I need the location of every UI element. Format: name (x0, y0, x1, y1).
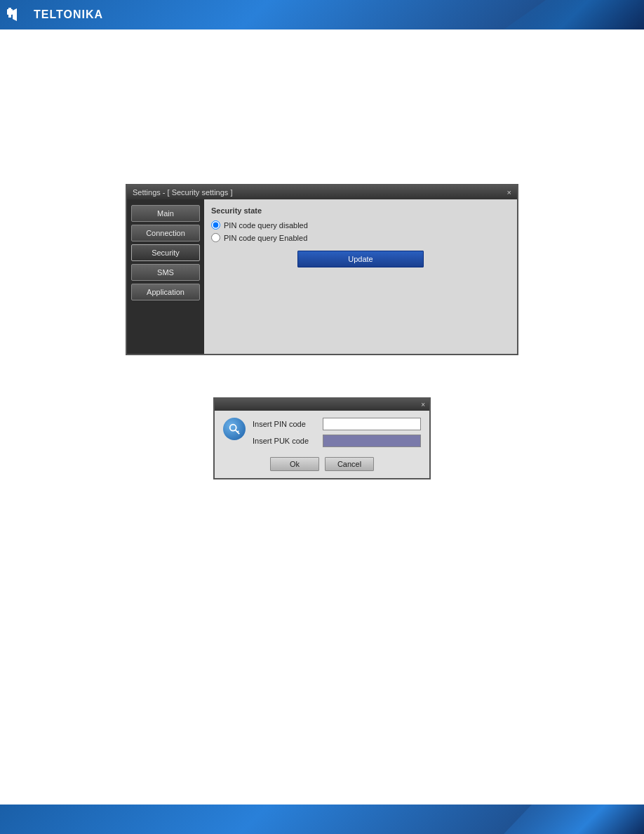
pin-label: Insert PIN code (253, 420, 306, 428)
sidebar-item-connection[interactable]: Connection (131, 225, 200, 241)
header: TELTONIKA (0, 0, 644, 29)
logo-text: TELTONIKA (34, 8, 103, 21)
settings-panel: Security state PIN code query disabled P… (204, 199, 517, 354)
puk-input[interactable] (323, 435, 421, 447)
pin-fields: Insert PIN code Insert PUK code (253, 418, 421, 451)
footer-decor (504, 805, 644, 834)
radio-pin-enabled-row: PIN code query Enabled (211, 233, 510, 242)
pin-key-icon (223, 418, 246, 440)
radio-pin-disabled-row: PIN code query disabled (211, 220, 510, 230)
sidebar-item-sms[interactable]: SMS (131, 264, 200, 281)
cancel-button[interactable]: Cancel (325, 457, 374, 471)
ok-button[interactable]: Ok (270, 457, 319, 471)
radio-pin-disabled-label: PIN code query disabled (224, 221, 308, 230)
key-svg (228, 423, 241, 435)
svg-rect-1 (8, 8, 11, 11)
pin-dialog: × Insert PIN code (213, 397, 431, 479)
svg-rect-2 (8, 15, 11, 18)
settings-window: Settings - [ Security settings ] × Main … (126, 184, 518, 355)
pin-titlebar: × (215, 399, 429, 411)
puk-label: Insert PUK code (253, 437, 309, 445)
footer (0, 805, 644, 834)
pin-button-row: Ok Cancel (223, 457, 421, 471)
settings-title: Settings - [ Security settings ] (133, 188, 232, 197)
settings-body: Main Connection Security SMS Application… (127, 199, 517, 354)
svg-line-6 (238, 431, 239, 432)
puk-code-row: Insert PUK code (253, 435, 421, 447)
svg-marker-3 (13, 8, 17, 21)
pin-input[interactable] (323, 418, 421, 430)
security-state-label: Security state (211, 206, 510, 215)
sidebar-item-security[interactable]: Security (131, 244, 200, 261)
pin-body: Insert PIN code Insert PUK code Ok Cance… (215, 411, 429, 478)
logo: TELTONIKA (7, 6, 103, 23)
svg-point-4 (230, 425, 236, 431)
header-decor (504, 0, 644, 29)
pin-close-button[interactable]: × (421, 401, 425, 409)
settings-close-button[interactable]: × (507, 188, 511, 197)
pin-code-row: Insert PIN code (253, 418, 421, 430)
settings-titlebar: Settings - [ Security settings ] × (127, 185, 517, 199)
teltonika-logo-icon (7, 6, 29, 23)
update-button[interactable]: Update (297, 251, 424, 267)
radio-pin-disabled[interactable] (211, 220, 220, 230)
sidebar-item-application[interactable]: Application (131, 284, 200, 300)
radio-pin-enabled[interactable] (211, 233, 220, 242)
main-content: manualshive.com Settings - [ Security se… (0, 29, 644, 805)
settings-nav: Main Connection Security SMS Application (127, 199, 204, 354)
radio-pin-enabled-label: PIN code query Enabled (224, 234, 307, 242)
sidebar-item-main[interactable]: Main (131, 205, 200, 222)
